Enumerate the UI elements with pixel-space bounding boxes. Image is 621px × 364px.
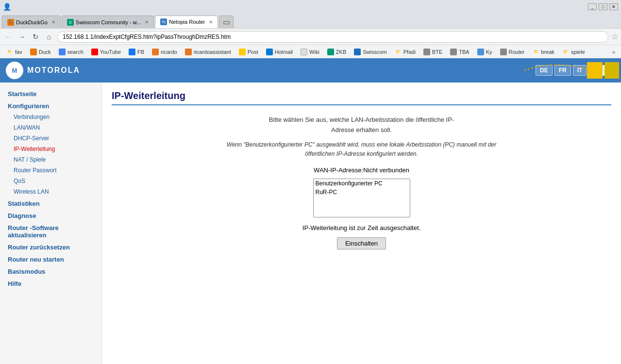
motorola-text: MOTOROLA — [27, 66, 80, 75]
bookmark-pfadi[interactable]: 📁 Pfadi — [391, 48, 419, 56]
bookmark-fb[interactable]: FB — [125, 48, 148, 56]
bookmark-ricardo[interactable]: ricardo — [149, 48, 181, 56]
bookmark-hotmail[interactable]: Hotmail — [263, 48, 296, 56]
bookmark-zkb-label: ZKB — [336, 49, 346, 55]
bookmark-break[interactable]: 📁 break — [529, 48, 558, 56]
tab-close-duckduckgo[interactable]: ✕ — [51, 19, 55, 25]
sidebar-item-dhcp[interactable]: DHCP-Server — [0, 133, 101, 144]
bookmark-wiki[interactable]: Wiki — [297, 48, 323, 56]
einschalten-button[interactable]: Einschalten — [337, 237, 386, 249]
sidebar-item-ipweiterleitung[interactable]: IP-Weiterleitung — [0, 144, 101, 154]
close-button[interactable]: ✕ — [609, 3, 618, 10]
bookmark-zkb[interactable]: ZKB — [324, 48, 350, 56]
sidebar-item-startseite[interactable]: Startseite — [0, 87, 101, 99]
bookmark-youtube-label: YouTube — [100, 49, 121, 55]
bookmark-router[interactable]: Router — [497, 48, 528, 56]
bookmark-youtube[interactable]: YouTube — [88, 48, 124, 56]
bookmark-search-icon — [59, 49, 66, 55]
forward-button[interactable]: → — [17, 32, 27, 42]
bookmark-fav[interactable]: 📁 fav — [3, 48, 26, 56]
bookmark-swisscom-label: Swisscom — [363, 49, 387, 55]
main-content: Startseite Konfigurieren Verbindungen LA… — [0, 83, 621, 364]
home-button[interactable]: ⌂ — [44, 32, 54, 42]
listbox-container: Benutzerkonfigurierter PC RuR-PC — [112, 179, 611, 217]
reload-button[interactable]: ↻ — [30, 32, 41, 42]
bookmark-spiele-icon: 📁 — [562, 49, 569, 55]
bookmark-fav-icon: 📁 — [6, 49, 13, 55]
bookmark-wiki-label: Wiki — [309, 49, 319, 55]
bookmark-fb-icon — [129, 49, 135, 55]
bookmark-swisscom-icon — [354, 49, 361, 55]
listbox-option-rurpc[interactable]: RuR-PC — [314, 188, 410, 197]
italic-note: Wenn "Benutzerkonfigurierter PC" ausgewä… — [216, 140, 507, 159]
bookmark-tba[interactable]: TBA — [447, 48, 472, 56]
bookmark-ky[interactable]: Ky — [474, 48, 496, 56]
tab-label-netopia: Netopia Router — [169, 19, 205, 25]
bookmark-break-icon: 📁 — [533, 49, 539, 55]
bookmark-search[interactable]: search — [55, 48, 87, 56]
back-button[interactable]: ← — [3, 32, 14, 42]
sidebar-item-diagnose[interactable]: Diagnose — [0, 209, 101, 221]
sidebar-item-routerzuruck[interactable]: Router zurücksetzen — [0, 241, 101, 253]
sidebar-item-hilfe[interactable]: Hilfe — [0, 277, 101, 289]
page-title: IP-Weiterleitung — [112, 90, 611, 105]
bookmark-duck[interactable]: Duck — [27, 48, 54, 56]
tab-swisscom[interactable]: S Swisscom Community - w... ✕ — [62, 16, 154, 28]
bookmark-zkb-icon — [327, 49, 334, 55]
sidebar-item-verbindungen[interactable]: Verbindungen — [0, 112, 101, 122]
bookmarks-more-button[interactable]: » — [609, 48, 618, 56]
sidebar-item-statistiken[interactable]: Statistiken — [0, 197, 101, 209]
bookmark-swisscom[interactable]: Swisscom — [351, 48, 390, 56]
bookmark-post-icon — [239, 49, 246, 55]
listbox-option-benutzerkonfiguriert[interactable]: Benutzerkonfigurierter PC — [314, 179, 410, 188]
maximize-button[interactable]: □ — [599, 3, 607, 10]
tab-close-swisscom[interactable]: ✕ — [145, 19, 149, 25]
content-description: Bitte wählen Sie aus, welche LAN-Arbeits… — [216, 115, 507, 159]
window-controls: _ □ ✕ — [588, 3, 618, 10]
wan-label: WAN-IP-Adresse: — [314, 166, 363, 174]
workstation-listbox[interactable]: Benutzerkonfigurierter PC RuR-PC — [313, 179, 410, 217]
bookmark-youtube-icon — [91, 49, 98, 55]
bookmark-star-icon[interactable]: ☆ — [611, 32, 618, 41]
motorola-logo: M MOTOROLA — [6, 62, 80, 79]
sidebar-item-nat[interactable]: NAT / Spiele — [0, 154, 101, 165]
tab-favicon-duckduckgo: 🦆 — [7, 19, 14, 26]
profile-icon[interactable]: 👤 — [3, 3, 11, 11]
bookmark-bte[interactable]: BTE — [420, 48, 446, 56]
bookmark-duck-label: Duck — [39, 49, 51, 55]
bookmark-fav-label: fav — [15, 49, 22, 55]
description-line2: Adresse erhalten soll. — [331, 126, 392, 133]
bookmark-post[interactable]: Post — [235, 48, 262, 56]
tab-close-netopia[interactable]: ✕ — [209, 19, 213, 25]
bookmark-hotmail-label: Hotmail — [275, 49, 293, 55]
bookmark-spiele-label: spiele — [571, 49, 585, 55]
tab-label-duckduckgo: DuckDuckGo — [16, 19, 48, 25]
bookmark-ricardo-label: ricardo — [161, 49, 177, 55]
bookmark-ky-icon — [477, 49, 484, 55]
sidebar-item-wirelesslan[interactable]: Wireless LAN — [0, 186, 101, 197]
bookmark-router-icon — [500, 49, 507, 55]
new-tab-button[interactable]: ▭ — [219, 16, 234, 28]
minimize-button[interactable]: _ — [588, 3, 597, 10]
content-area: IP-Weiterleitung Bitte wählen Sie aus, w… — [102, 83, 621, 364]
wan-info: WAN-IP-Adresse:Nicht verbunden — [112, 166, 611, 174]
bookmark-pfadi-label: Pfadi — [403, 49, 416, 55]
bookmark-ricardoassistant[interactable]: ricardoassistant — [182, 48, 235, 56]
sidebar-item-basismodus[interactable]: Basismodus — [0, 265, 101, 277]
tab-duckduckgo[interactable]: 🦆 DuckDuckGo ✕ — [2, 16, 61, 28]
bookmark-pfadi-icon: 📁 — [395, 49, 402, 55]
bookmark-hotmail-icon — [266, 49, 273, 55]
tab-netopia[interactable]: N Netopia Router ✕ — [155, 16, 218, 28]
svg-rect-0 — [587, 62, 603, 79]
sidebar-item-routersoftware[interactable]: Router -Software aktualisieren — [0, 221, 101, 241]
sidebar-item-qos[interactable]: QoS — [0, 176, 101, 186]
bookmark-spiele[interactable]: 📁 spiele — [559, 48, 588, 56]
sidebar-item-routerneu[interactable]: Router neu starten — [0, 253, 101, 265]
sidebar-item-routerpasswort[interactable]: Router Passwort — [0, 165, 101, 176]
bookmark-router-label: Router — [509, 49, 525, 55]
sidebar-item-konfigurieren[interactable]: Konfigurieren — [0, 99, 101, 112]
address-input[interactable] — [57, 31, 608, 43]
bookmark-search-label: search — [67, 49, 84, 55]
bookmark-bte-label: BTE — [432, 49, 442, 55]
sidebar-item-lanwan[interactable]: LAN/WAN — [0, 122, 101, 133]
